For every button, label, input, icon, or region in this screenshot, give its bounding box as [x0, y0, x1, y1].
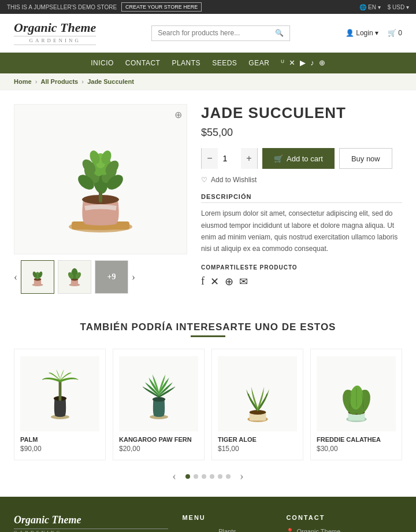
carousel-dot-5[interactable]	[218, 474, 222, 479]
product-description: Lorem ipsum dolor sit amet, consectetur …	[201, 208, 402, 255]
search-bar[interactable]: 🔍	[151, 25, 290, 41]
related-product-0[interactable]: PALM $90,00	[14, 349, 106, 460]
carousel-prev[interactable]: ‹	[172, 470, 176, 483]
quantity-decrease[interactable]: −	[202, 148, 218, 169]
thumb-next[interactable]: ›	[132, 271, 135, 283]
nav-seeds[interactable]: SEEDS	[212, 59, 237, 67]
quantity-input[interactable]	[218, 148, 241, 169]
pinterest-icon[interactable]: ⊕	[319, 58, 325, 68]
breadcrumb-home[interactable]: Home	[14, 78, 32, 85]
related-product-name-2: TIGER ALOE	[218, 436, 297, 443]
footer: Organic Theme GARDENING Welcome to our d…	[0, 497, 416, 532]
quantity-control: − +	[201, 148, 258, 169]
carousel-next[interactable]: ›	[240, 470, 244, 483]
footer-menu-plants[interactable]: Plants	[182, 528, 272, 532]
carousel-dot-3[interactable]	[202, 474, 206, 479]
search-input[interactable]	[158, 29, 275, 37]
login-button[interactable]: 👤 Login ▾	[346, 29, 378, 37]
thumbnail-count[interactable]: +9	[95, 260, 128, 294]
svg-point-31	[152, 397, 165, 402]
breadcrumb: Home › All Products › Jade Succulent	[0, 73, 416, 90]
carousel-dot-6[interactable]	[226, 474, 231, 479]
location-icon: 📍	[286, 528, 294, 532]
heart-icon: ♡	[201, 176, 207, 184]
share-title: COMPARTILESTE PRODUCTO	[201, 264, 402, 271]
carousel-dot-4[interactable]	[210, 474, 214, 479]
quantity-increase[interactable]: +	[241, 148, 257, 169]
related-product-name-3: FREDDIE CALATHEA	[317, 436, 396, 443]
carousel-dots	[185, 474, 231, 479]
thumbnail-3[interactable]: +9	[95, 260, 128, 294]
thumbnail-1[interactable]	[21, 260, 54, 294]
header: Organic Theme GARDENING 🔍 👤 Login ▾ 🛒 0	[0, 14, 416, 53]
carousel-nav: ‹ ›	[14, 470, 402, 483]
nav-gear[interactable]: GEAR	[248, 59, 269, 67]
carousel-dot-2[interactable]	[194, 474, 198, 479]
create-store-button[interactable]: CREATE YOUR STORE HERE	[121, 2, 202, 12]
share-facebook-icon[interactable]: f	[201, 275, 205, 287]
nav-inicio[interactable]: INICIO	[91, 59, 114, 67]
related-product-image-2	[218, 356, 297, 431]
search-icon[interactable]: 🔍	[275, 29, 284, 38]
footer-contact-name: 📍 Organic Theme Santiago Santiago Metrop…	[286, 528, 402, 532]
share-icons: f ✕ ⊕ ✉	[201, 275, 402, 288]
nav-plants[interactable]: PLANTS	[172, 59, 200, 67]
youtube-icon[interactable]: ▶	[300, 58, 306, 68]
top-bar: THIS IS A JUMPSELLER'S DEMO STORE CREATE…	[0, 0, 416, 14]
related-product-1[interactable]: KANGAROO PAW FERN $20,00	[113, 349, 205, 460]
add-to-cart-button[interactable]: 🛒 Add to cart	[262, 148, 335, 169]
related-product-2[interactable]: TIGER ALOE $15,00	[211, 349, 303, 460]
description-title: DESCRIPCIÓN	[201, 193, 402, 203]
svg-rect-16	[99, 191, 102, 202]
related-product-price-1: $20,00	[119, 445, 198, 453]
zoom-icon[interactable]: ⊕	[174, 109, 182, 120]
quantity-row: − + 🛒 Add to cart Buy now	[201, 148, 402, 169]
footer-logo-title: Organic Theme	[14, 514, 168, 526]
related-section: TAMBIÉN PODRÍA INTERESARTE UNO DE ESTOS	[0, 308, 416, 497]
buy-now-button[interactable]: Buy now	[339, 148, 392, 169]
footer-contact-title: CONTACT	[286, 514, 402, 521]
navigation: INICIO CONTACT PLANTS SEEDS GEAR ᵁ ✕ ▶ ♪…	[0, 53, 416, 73]
thumbnail-2[interactable]	[58, 260, 91, 294]
breadcrumb-all-products[interactable]: All Products	[40, 78, 78, 85]
related-product-name-0: PALM	[20, 436, 99, 443]
svg-rect-29	[58, 380, 61, 401]
related-product-name-1: KANGAROO PAW FERN	[119, 436, 198, 443]
footer-logo-section: Organic Theme GARDENING Welcome to our d…	[14, 514, 168, 532]
footer-menu-title: MENU	[182, 514, 272, 521]
facebook-icon[interactable]: ᵁ	[281, 58, 284, 68]
main-product-image: ⊕	[14, 104, 187, 254]
top-bar-left: THIS IS A JUMPSELLER'S DEMO STORE CREATE…	[7, 2, 202, 12]
related-underline	[191, 335, 225, 337]
currency-selector[interactable]: $ USD ▾	[388, 4, 409, 10]
product-info: JADE SUCCULENT $55,00 − + 🛒 Add to cart …	[201, 104, 402, 294]
related-product-price-0: $90,00	[20, 445, 99, 453]
share-twitter-icon[interactable]: ✕	[210, 275, 219, 288]
related-product-image-1	[119, 356, 198, 431]
breadcrumb-current: Jade Succulent	[87, 78, 134, 85]
product-name: JADE SUCCULENT	[201, 104, 402, 122]
cart-button[interactable]: 🛒 0	[388, 29, 402, 37]
carousel-dot-1[interactable]	[185, 474, 190, 479]
share-email-icon[interactable]: ✉	[239, 275, 248, 288]
product-section: ⊕	[0, 90, 416, 308]
related-product-image-0	[20, 356, 99, 431]
logo[interactable]: Organic Theme GARDENING	[14, 21, 96, 45]
related-product-3[interactable]: FREDDIE CALATHEA $30,00	[310, 349, 402, 460]
header-actions: 👤 Login ▾ 🛒 0	[346, 29, 402, 37]
nav-contact[interactable]: CONTACT	[125, 59, 161, 67]
tiktok-icon[interactable]: ♪	[310, 58, 314, 68]
product-price: $55,00	[201, 127, 402, 139]
thumbnails: ‹	[14, 260, 187, 294]
twitter-x-icon[interactable]: ✕	[289, 58, 295, 68]
footer-logo-sub: GARDENING	[14, 529, 168, 532]
top-bar-right: 🌐 EN ▾ $ USD ▾	[359, 4, 409, 10]
thumb-prev[interactable]: ‹	[14, 271, 17, 283]
wishlist-row[interactable]: ♡ Add to Wishlist	[201, 176, 402, 184]
demo-notice: THIS IS A JUMPSELLER'S DEMO STORE	[7, 4, 117, 10]
logo-subtitle: GARDENING	[14, 36, 96, 45]
related-title: TAMBIÉN PODRÍA INTERESARTE UNO DE ESTOS	[14, 322, 402, 333]
related-grid: PALM $90,00	[14, 349, 402, 460]
lang-selector[interactable]: 🌐 EN ▾	[359, 4, 380, 10]
share-pinterest-icon[interactable]: ⊕	[225, 275, 233, 288]
